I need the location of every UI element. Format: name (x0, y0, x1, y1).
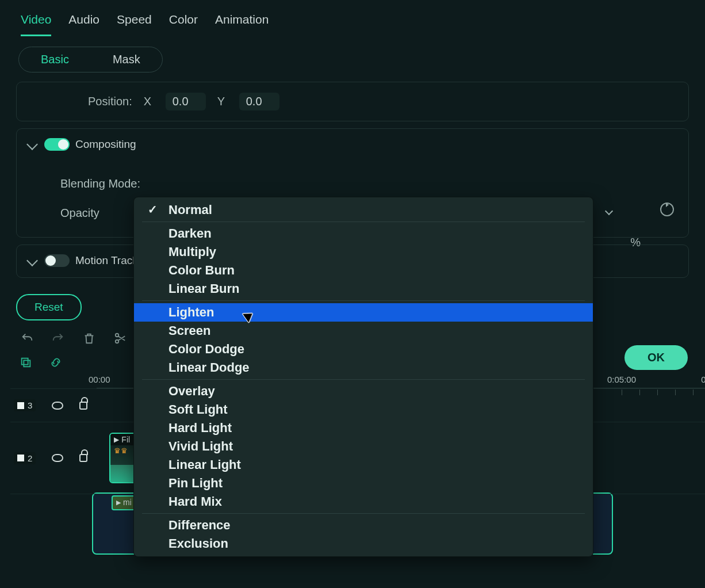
track-type-icon (17, 402, 24, 409)
chevron-down-icon[interactable] (26, 139, 38, 150)
redo-icon[interactable] (52, 332, 64, 345)
reset-blend-icon[interactable] (660, 203, 674, 216)
blend-option-hard-light[interactable]: Hard Light (134, 419, 593, 437)
opacity-label: Opacity (60, 207, 99, 220)
position-y-input[interactable]: 0.0 (239, 93, 279, 110)
blend-option-linear-light[interactable]: Linear Light (134, 456, 593, 474)
play-icon: ▶ (114, 436, 119, 444)
unlink-icon[interactable] (49, 356, 62, 369)
position-x-label: X (144, 95, 154, 108)
clip-label: Fil (121, 435, 130, 444)
tab-audio[interactable]: Audio (68, 13, 99, 36)
blend-option-pin-light[interactable]: Pin Light (134, 474, 593, 492)
blend-option-lighten[interactable]: Lighten (134, 303, 593, 322)
dropdown-separator (142, 513, 585, 514)
motion-tracking-title: Motion Track (75, 254, 138, 267)
chevron-down-icon[interactable] (26, 255, 38, 266)
tab-video[interactable]: Video (21, 13, 51, 36)
motion-tracking-toggle[interactable] (44, 254, 70, 267)
blending-mode-dropdown[interactable]: NormalDarkenMultiplyColor BurnLinear Bur… (133, 197, 593, 557)
blend-option-screen[interactable]: Screen (134, 322, 593, 340)
lock-icon[interactable] (79, 454, 87, 462)
visibility-icon[interactable] (52, 402, 63, 410)
blend-option-color-dodge[interactable]: Color Dodge (134, 340, 593, 358)
clip-label: mi (123, 498, 132, 507)
undo-icon[interactable] (21, 332, 33, 345)
blend-option-darken[interactable]: Darken (134, 224, 593, 243)
reset-button[interactable]: Reset (16, 294, 82, 320)
position-panel: Position: X 0.0 Y 0.0 (16, 82, 689, 121)
sub-tab-bar: Basic Mask (18, 47, 163, 72)
svg-rect-0 (22, 358, 28, 365)
blending-mode-label: Blending Mode: (60, 177, 140, 190)
dropdown-separator (142, 379, 585, 380)
blend-option-soft-light[interactable]: Soft Light (134, 400, 593, 419)
blend-option-multiply[interactable]: Multiply (134, 243, 593, 261)
sub-tab-basic[interactable]: Basic (19, 47, 91, 72)
tab-animation[interactable]: Animation (215, 13, 269, 36)
tab-speed[interactable]: Speed (117, 13, 152, 36)
blend-option-linear-dodge[interactable]: Linear Dodge (134, 358, 593, 377)
blend-option-vivid-light[interactable]: Vivid Light (134, 437, 593, 456)
play-icon: ▶ (116, 499, 121, 506)
compositing-toggle[interactable] (44, 138, 70, 151)
compositing-title: Compositing (75, 138, 136, 151)
track-index-badge: 3 (14, 399, 36, 411)
main-tab-bar: Video Audio Speed Color Animation (0, 0, 705, 36)
track-type-icon (17, 455, 24, 461)
blend-option-color-burn[interactable]: Color Burn (134, 261, 593, 280)
sub-tab-mask[interactable]: Mask (91, 47, 162, 72)
svg-rect-1 (24, 360, 30, 366)
blend-option-difference[interactable]: Difference (134, 516, 593, 534)
blend-option-normal[interactable]: Normal (134, 201, 593, 219)
timecode-near-end: 0:05:00 (607, 375, 636, 384)
copy-icon[interactable] (20, 356, 32, 369)
track-index-badge: 2 (14, 452, 36, 464)
position-y-label: Y (217, 95, 228, 108)
position-x-input[interactable]: 0.0 (166, 93, 206, 110)
ok-button[interactable]: OK (624, 345, 688, 370)
trash-icon[interactable] (83, 332, 95, 345)
blend-option-linear-burn[interactable]: Linear Burn (134, 280, 593, 298)
position-label: Position: (88, 95, 132, 108)
blend-option-overlay[interactable]: Overlay (134, 382, 593, 400)
timecode-start: 00:00 (89, 375, 135, 384)
blend-option-hard-mix[interactable]: Hard Mix (134, 492, 593, 511)
dropdown-separator (142, 222, 585, 222)
dropdown-separator (142, 300, 585, 301)
scissors-icon[interactable] (114, 332, 127, 345)
visibility-icon[interactable] (52, 454, 63, 462)
lock-icon[interactable] (79, 402, 87, 410)
blend-option-exclusion[interactable]: Exclusion (134, 534, 593, 553)
timecode-end: 00 (701, 375, 705, 384)
tab-color[interactable]: Color (169, 13, 198, 36)
